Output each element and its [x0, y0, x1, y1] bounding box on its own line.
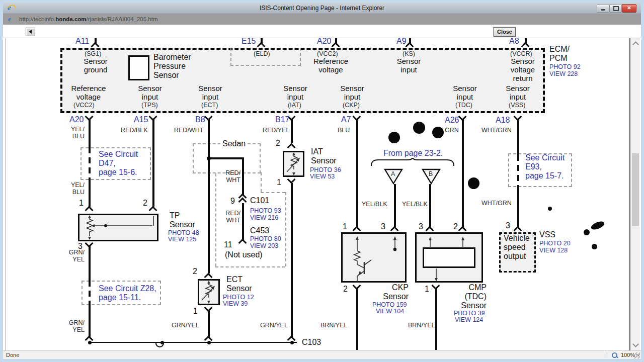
- wire: [89, 119, 91, 147]
- ckp-view-link[interactable]: VIEW 104: [376, 308, 404, 315]
- wire: [435, 288, 437, 350]
- wire-red-yel: RED/YEL: [263, 127, 290, 134]
- vss-input-label: Sensor input: [505, 84, 531, 101]
- brace-icon: [370, 158, 455, 166]
- scan-artifact: [413, 122, 425, 134]
- wire: [89, 147, 91, 180]
- iat-view-link[interactable]: VIEW 53: [310, 173, 335, 180]
- url-text[interactable]: http://techinfo.honda.com/rjanisis/RJAAI…: [19, 16, 158, 22]
- wire-grn-yel-4: GRN/YEL: [260, 322, 288, 329]
- tp-photo-link[interactable]: PHOTO 48: [168, 229, 199, 236]
- vertical-scrollbar[interactable]: [631, 38, 640, 350]
- tdc-input-label: Sensor input: [452, 84, 478, 101]
- minimize-button[interactable]: [597, 4, 609, 13]
- wire: [429, 184, 431, 227]
- ect-view-link[interactable]: VIEW 39: [223, 300, 248, 307]
- pin-a7: A7: [341, 115, 351, 124]
- ect-photo-link[interactable]: PHOTO 12: [223, 294, 254, 301]
- connector-terminal-icon: [149, 113, 157, 121]
- scrollbar-up-icon[interactable]: [632, 41, 639, 48]
- barometer-label: Barometer Pressure Sensor: [153, 53, 191, 80]
- c453-photo-link[interactable]: PHOTO 80: [250, 235, 281, 242]
- resize-grip[interactable]: [634, 352, 640, 358]
- tp-pin-1: 1: [79, 199, 84, 208]
- dashed-boundary: [215, 173, 216, 266]
- title-bar[interactable]: e ISIS-Content Opening Page - Internet E…: [3, 3, 641, 14]
- c101-pin-9: 9: [230, 197, 235, 206]
- eld-code: (ELD): [254, 50, 270, 57]
- vcc2-top-code: (VCC2): [317, 50, 338, 57]
- vss-name: VSS: [539, 230, 555, 239]
- cmp-photo-link[interactable]: PHOTO 39: [454, 310, 485, 317]
- cmp-view-link[interactable]: VIEW 124: [455, 316, 483, 323]
- pin-a11: A11: [75, 38, 89, 46]
- c101-view-link[interactable]: VIEW 216: [250, 214, 278, 221]
- wire-yel-blk-2: YEL/BLK: [402, 201, 428, 208]
- junction-dot: [207, 156, 211, 160]
- iat-input-code: (IAT): [288, 102, 301, 109]
- ckp-photo-link[interactable]: PHOTO 159: [372, 301, 407, 308]
- status-separator: [607, 352, 607, 358]
- c453-pin-11: 11: [224, 240, 232, 249]
- close-page-button[interactable]: Close: [494, 27, 516, 37]
- address-bar[interactable]: e http://techinfo.honda.com/rjanisis/RJA…: [3, 14, 641, 25]
- wire-red-wht-3: RED/ WHT: [222, 210, 240, 224]
- connector-terminal-icon: [85, 206, 94, 215]
- wire-red-wht-2: RED/ WHT: [222, 169, 240, 184]
- see-circuit-z28-label[interactable]: See Circuit Z28, page 15-11.: [99, 284, 156, 302]
- restore-icon: [613, 6, 619, 11]
- close-window-button[interactable]: ✕: [622, 4, 636, 13]
- pin-a15: A15: [134, 115, 148, 124]
- zoom-level[interactable]: 100%: [621, 352, 635, 358]
- browser-window: e ISIS-Content Opening Page - Internet E…: [0, 0, 644, 362]
- vss-input-code: (VSS): [509, 102, 525, 109]
- scan-artifact: [592, 244, 597, 249]
- iat-thermistor-symbol: [283, 151, 304, 176]
- vss-photo-link[interactable]: PHOTO 20: [539, 240, 571, 247]
- c453-view-link[interactable]: VIEW 203: [250, 242, 278, 249]
- tp-name: TP Sensor: [170, 211, 195, 229]
- wire: [209, 157, 244, 159]
- wire-wht-grn-2: WHT/GRN: [481, 200, 512, 207]
- ect-pin-2: 2: [193, 267, 197, 276]
- junction-dot: [290, 341, 294, 344]
- tps-code: (TPS): [141, 102, 158, 109]
- ecm-view-link[interactable]: VIEW 228: [549, 70, 578, 77]
- restore-button[interactable]: [609, 4, 622, 13]
- wire-yel-blk-1: YEL/BLK: [362, 201, 387, 208]
- sedan-label: Sedan: [220, 139, 248, 148]
- junction-dot: [88, 341, 92, 344]
- from-page-label[interactable]: From page 23-2.: [383, 149, 443, 158]
- window-title: ISIS-Content Opening Page - Internet Exp…: [3, 5, 641, 12]
- page-toolbar: Close: [3, 25, 641, 38]
- pin-a26: A26: [445, 116, 459, 125]
- wire: [291, 183, 293, 337]
- vss-view-link[interactable]: VIEW 128: [539, 247, 568, 254]
- back-button[interactable]: [26, 28, 35, 36]
- see-circuit-e93-label[interactable]: See Circuit E93, page 15-7.: [525, 153, 565, 180]
- vccr-code: (VCCR): [510, 50, 532, 57]
- see-circuit-d47-label[interactable]: See Circuit D47, page 15-6.: [99, 150, 138, 177]
- connector-terminal-icon: [204, 113, 213, 121]
- scrollbar-thumb[interactable]: [632, 153, 639, 226]
- connector-terminal-icon: [514, 113, 522, 121]
- dashed-boundary: [285, 192, 286, 266]
- scrollbar-down-icon[interactable]: [632, 341, 639, 347]
- wire: [462, 119, 464, 227]
- connector-terminal-icon: [238, 239, 247, 247]
- status-text: Done: [6, 352, 19, 358]
- iat-photo-link[interactable]: PHOTO 36: [310, 166, 341, 173]
- connector-terminal-icon: [149, 206, 157, 215]
- pin-a8: A8: [509, 38, 519, 46]
- vss-box-label: Vehicle speed output: [504, 234, 530, 261]
- ckp-transistor-symbol: [342, 233, 406, 282]
- pin-a9: A9: [396, 38, 407, 46]
- ecm-photo-link[interactable]: PHOTO 92: [549, 63, 581, 70]
- ks-label: Sensor input: [395, 57, 423, 74]
- wire-grn-yel-3: GRN/YEL: [172, 322, 199, 329]
- tp-view-link[interactable]: VIEW 125: [168, 236, 196, 243]
- junction-dot: [160, 341, 164, 344]
- c101-photo-link[interactable]: PHOTO 93: [250, 207, 281, 214]
- wire-grn-yel-1: GRN/ YEL: [67, 249, 85, 263]
- wire-brn-yel-1: BRN/YEL: [320, 322, 348, 329]
